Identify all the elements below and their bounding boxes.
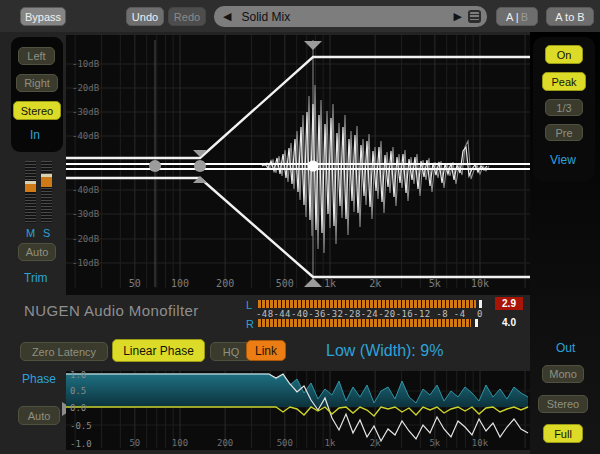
zero-latency-button[interactable]: Zero Latency	[20, 342, 108, 361]
filter-handle[interactable]	[194, 160, 206, 172]
monofilter-plugin-window: Bypass Undo Redo ◀ Solid Mix ▶ A | B A t…	[0, 0, 600, 454]
meter-on-button[interactable]: On	[545, 45, 583, 64]
mid-meter-label: M	[26, 227, 35, 239]
mid-trim-meter[interactable]	[25, 161, 36, 223]
svg-text:-0.5: -0.5	[70, 421, 92, 431]
out-label: Out	[556, 341, 575, 355]
ab-active-label: A |	[506, 11, 519, 23]
phase-graph[interactable]: 1.00.50.0-0.5-1.0501002005001k2k5k10k	[66, 371, 530, 450]
svg-text:-10dB: -10dB	[72, 59, 99, 69]
phase-auto-button[interactable]: Auto	[18, 406, 60, 425]
right-peak-value[interactable]: 4.0	[495, 316, 523, 329]
svg-text:-20dB: -20dB	[72, 83, 99, 93]
input-left-button[interactable]: Left	[18, 47, 55, 65]
svg-text:5k: 5k	[429, 278, 441, 289]
left-peak-marker	[479, 300, 482, 308]
ab-compare-button[interactable]: A | B	[496, 7, 538, 26]
svg-text:0.5: 0.5	[70, 386, 86, 396]
svg-text:-1.0: -1.0	[70, 439, 92, 449]
svg-text:100: 100	[171, 278, 189, 289]
svg-text:5k: 5k	[429, 438, 440, 448]
side-meter-label: S	[43, 227, 50, 239]
out-mono-button[interactable]: Mono	[542, 365, 584, 383]
svg-text:0.0: 0.0	[70, 403, 86, 413]
svg-text:50: 50	[129, 438, 140, 448]
svg-text:-40dB: -40dB	[72, 185, 99, 195]
svg-text:-40dB: -40dB	[72, 131, 99, 141]
svg-text:2k: 2k	[370, 438, 381, 448]
filter-envelope-lower[interactable]	[66, 178, 530, 277]
input-stereo-button[interactable]: Stereo	[13, 101, 61, 120]
meter-peak-button[interactable]: Peak	[542, 72, 586, 91]
undo-button[interactable]: Undo	[126, 7, 164, 26]
filter-graph-canvas[interactable]: -10dB-20dB-30dB-40dB-40dB-30dB-20dB-10dB…	[66, 35, 530, 295]
link-button[interactable]: Link	[246, 340, 286, 361]
phase-label: Phase	[22, 372, 56, 386]
out-stereo-button[interactable]: Stereo	[538, 395, 588, 413]
in-label: In	[30, 128, 40, 142]
meter-scale: -48-44-40-36-32-28-24-20-16-12 -8 -4 0	[256, 309, 483, 319]
ab-inactive-label: B	[521, 11, 528, 23]
filter-handle[interactable]	[149, 160, 161, 172]
meter-pre-button[interactable]: Pre	[545, 124, 583, 141]
svg-text:1k: 1k	[325, 438, 336, 448]
preset-list-icon[interactable]	[468, 10, 481, 23]
svg-text:500: 500	[276, 278, 294, 289]
svg-text:500: 500	[277, 438, 293, 448]
svg-text:50: 50	[129, 278, 141, 289]
svg-text:1.0: 1.0	[70, 371, 86, 380]
input-right-button[interactable]: Right	[16, 74, 58, 92]
right-level-meter	[258, 319, 471, 327]
a-to-b-button[interactable]: A to B	[546, 7, 594, 26]
trim-label: Trim	[24, 271, 48, 285]
filter-graph[interactable]: -10dB-20dB-30dB-40dB-40dB-30dB-20dB-10dB…	[66, 35, 530, 295]
svg-text:1k: 1k	[324, 278, 336, 289]
right-meter-label: R	[246, 318, 254, 330]
linear-phase-button[interactable]: Linear Phase	[112, 339, 205, 362]
meter-third-octave-button[interactable]: 1/3	[545, 99, 583, 116]
svg-text:-30dB: -30dB	[72, 209, 99, 219]
redo-button[interactable]: Redo	[168, 7, 206, 26]
parameter-readout: Low (Width): 9%	[326, 342, 443, 360]
bypass-button[interactable]: Bypass	[20, 7, 66, 26]
phase-graph-canvas[interactable]: 1.00.50.0-0.5-1.0501002005001k2k5k10k	[66, 371, 530, 450]
preset-prev-icon[interactable]: ◀	[223, 11, 231, 22]
svg-text:10k: 10k	[472, 438, 489, 448]
svg-text:-10dB: -10dB	[72, 258, 99, 268]
svg-text:100: 100	[172, 438, 188, 448]
preset-next-icon[interactable]: ▶	[454, 11, 462, 22]
svg-text:2k: 2k	[369, 278, 381, 289]
filter-handle[interactable]	[308, 161, 319, 172]
out-full-button[interactable]: Full	[543, 424, 583, 443]
left-level-meter	[258, 300, 476, 308]
view-label: View	[550, 153, 576, 167]
svg-text:-30dB: -30dB	[72, 107, 99, 117]
svg-text:-20dB: -20dB	[72, 234, 99, 244]
plugin-title: NUGEN Audio Monofilter	[24, 302, 199, 319]
svg-text:200: 200	[217, 438, 233, 448]
svg-text:200: 200	[216, 278, 234, 289]
side-trim-meter[interactable]	[41, 161, 52, 223]
preset-selector[interactable]: ◀ Solid Mix ▶	[214, 6, 487, 27]
trim-auto-button[interactable]: Auto	[18, 243, 56, 261]
right-peak-marker	[475, 319, 478, 327]
svg-text:10k: 10k	[471, 278, 489, 289]
left-peak-value[interactable]: 2.9	[495, 297, 523, 310]
left-meter-label: L	[246, 299, 252, 311]
preset-name: Solid Mix	[241, 10, 453, 24]
